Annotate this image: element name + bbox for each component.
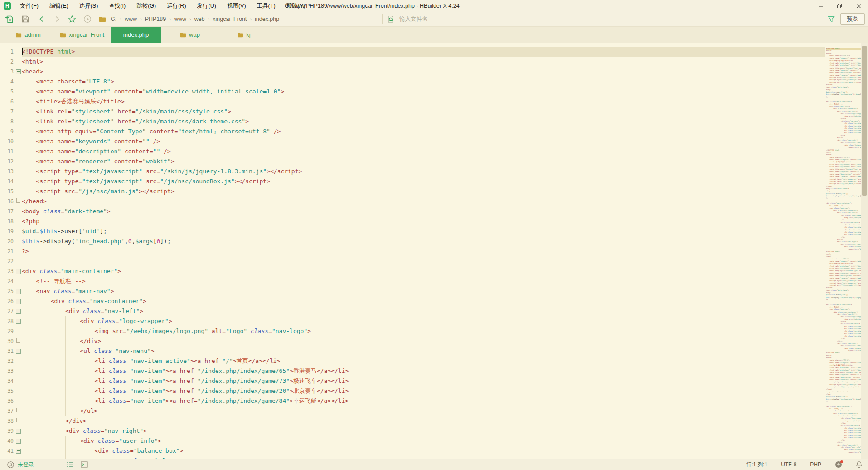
- code-line[interactable]: 13<script type="text/javascript" src="/s…: [0, 166, 825, 176]
- code-line[interactable]: 3<head>: [0, 67, 825, 77]
- fold-toggle[interactable]: [15, 266, 22, 276]
- code-line[interactable]: 10<meta name="keywords" content="" />: [0, 137, 825, 147]
- fold-toggle[interactable]: [15, 296, 22, 306]
- breadcrumb-item[interactable]: xingcai_Front: [211, 16, 248, 22]
- code-line[interactable]: 22: [0, 256, 825, 266]
- menu-item[interactable]: 视图(V): [222, 2, 252, 10]
- code-line[interactable]: 20$this->display('inc_head.php',0,$args[…: [0, 236, 825, 246]
- menu-item[interactable]: 查找(I): [103, 2, 131, 10]
- code-line[interactable]: 2<html>: [0, 57, 825, 67]
- menu-item[interactable]: 编辑(E): [44, 2, 74, 10]
- breadcrumb-item[interactable]: www: [123, 16, 139, 22]
- fold-toggle[interactable]: [15, 286, 22, 296]
- account-icon[interactable]: [7, 461, 14, 468]
- search-input[interactable]: [398, 15, 572, 23]
- file-search-box[interactable]: [382, 14, 609, 24]
- fold-toggle[interactable]: [15, 306, 22, 316]
- encoding-indicator[interactable]: UTF-8: [781, 461, 796, 468]
- code-line[interactable]: 18<?php: [0, 216, 825, 226]
- menu-item[interactable]: 运行(R): [161, 2, 191, 10]
- back-button[interactable]: [37, 15, 46, 24]
- line-number: 41: [0, 446, 15, 456]
- tab-xingcai_Front[interactable]: xingcai_Front: [57, 27, 107, 43]
- cursor-position[interactable]: 行:1 列:1: [746, 461, 767, 469]
- code-line[interactable]: 25<nav class="main-nav">: [0, 286, 825, 296]
- fold-toggle[interactable]: [15, 346, 22, 356]
- code-line[interactable]: 7<link rel="stylesheet" href="/skin/main…: [0, 107, 825, 117]
- scrollbar-track[interactable]: [861, 43, 868, 459]
- code-line[interactable]: 29<img src="/webx/images/logo.png" alt="…: [0, 326, 825, 336]
- run-button[interactable]: [83, 15, 92, 24]
- code-line[interactable]: 33<li class="nav-item"><a href="/index.p…: [0, 366, 825, 376]
- close-button[interactable]: [849, 0, 868, 12]
- code-line[interactable]: 8<link rel="stylesheet" href="/skin/main…: [0, 117, 825, 127]
- new-file-button[interactable]: [5, 15, 14, 24]
- menu-item[interactable]: 工具(T): [252, 2, 281, 10]
- tab-wap[interactable]: wap: [165, 27, 215, 43]
- notifications-button[interactable]: [856, 461, 863, 468]
- scrollbar-thumb[interactable]: [862, 46, 867, 196]
- fold-toggle[interactable]: [15, 446, 22, 456]
- fold-toggle[interactable]: [15, 316, 22, 326]
- forward-button[interactable]: [53, 15, 62, 24]
- language-mode[interactable]: PHP: [810, 461, 821, 468]
- code-line[interactable]: 4<meta charset="UTF-8">: [0, 77, 825, 87]
- code-line[interactable]: 17<body class="dark-theme">: [0, 206, 825, 216]
- breadcrumb-item[interactable]: www: [172, 16, 188, 22]
- breadcrumb-item[interactable]: G:: [109, 16, 118, 22]
- code-line[interactable]: 41<div class="balance-box">: [0, 446, 825, 456]
- code-line[interactable]: 31<ul class="nav-menu">: [0, 346, 825, 356]
- minimap[interactable]: <!DOCTYPE html><html><head> <meta charse…: [824, 48, 861, 459]
- code-line[interactable]: 23<div class="main-container">: [0, 266, 825, 276]
- filter-button[interactable]: [827, 15, 836, 24]
- tab-index.php[interactable]: index.php: [111, 27, 161, 43]
- code-line[interactable]: 15<script src="/js/nsc/main.js"></script…: [0, 186, 825, 196]
- code-line[interactable]: 30</div>: [0, 336, 825, 346]
- code-line[interactable]: 37</ul>: [0, 406, 825, 416]
- code-line[interactable]: 12<meta name="renderer" content="webkit"…: [0, 157, 825, 166]
- restore-button[interactable]: [830, 0, 849, 12]
- code-line[interactable]: 21?>: [0, 246, 825, 256]
- code-line[interactable]: 40<div class="user-info">: [0, 436, 825, 446]
- update-button[interactable]: [835, 461, 842, 468]
- code-line[interactable]: 14<script type="text/javascript" src="/j…: [0, 176, 825, 186]
- breadcrumb-item[interactable]: index.php: [253, 16, 281, 22]
- fold-gutter: [15, 47, 22, 57]
- code-line[interactable]: 38</div>: [0, 416, 825, 426]
- code-line[interactable]: 5<meta name="viewport" content="width=de…: [0, 87, 825, 97]
- menu-item[interactable]: 选择(S): [74, 2, 104, 10]
- code-line[interactable]: 36<li class="nav-item"><a href="/index.p…: [0, 396, 825, 406]
- code-line[interactable]: 24<!-- 导航栏 -->: [0, 276, 825, 286]
- code-line[interactable]: 9<meta http-equiv="Content-Type" content…: [0, 127, 825, 137]
- code-line[interactable]: 19$uid=$this->user['uid'];: [0, 226, 825, 236]
- fold-toggle[interactable]: [15, 436, 22, 446]
- login-status[interactable]: 未登录: [18, 461, 34, 469]
- code-line[interactable]: 27<div class="nav-left">: [0, 306, 825, 316]
- save-button[interactable]: [21, 15, 30, 24]
- code-line[interactable]: 1<!DOCTYPE html>: [0, 47, 825, 57]
- fold-toggle[interactable]: [15, 426, 22, 436]
- code-line[interactable]: 35<li class="nav-item"><a href="/index.p…: [0, 386, 825, 396]
- menu-item[interactable]: 发行(U): [192, 2, 222, 10]
- code-line[interactable]: 32<li class="nav-item active"><a href="/…: [0, 356, 825, 366]
- favorite-button[interactable]: [68, 15, 77, 24]
- tab-kj[interactable]: kj: [218, 27, 269, 43]
- code-line[interactable]: 34<li class="nav-item"><a href="/index.p…: [0, 376, 825, 386]
- code-line[interactable]: 16</head>: [0, 196, 825, 206]
- menu-item[interactable]: 文件(F): [15, 2, 44, 10]
- breadcrumb-item[interactable]: PHP189: [143, 16, 168, 22]
- code-line[interactable]: 39<div class="nav-right">: [0, 426, 825, 436]
- menu-item[interactable]: 跳转(G): [131, 2, 161, 10]
- tab-admin[interactable]: admin: [3, 27, 53, 43]
- breadcrumb-item[interactable]: web: [193, 16, 207, 22]
- code-line[interactable]: 6<title>香港赛马娱乐</title>: [0, 97, 825, 107]
- code-line[interactable]: 26<div class="nav-container">: [0, 296, 825, 306]
- outline-button[interactable]: [67, 462, 73, 468]
- preview-button[interactable]: 预览: [840, 13, 865, 25]
- code-line[interactable]: 11<meta name="description" content="" />: [0, 147, 825, 157]
- code-area[interactable]: 1<!DOCTYPE html>2<html>3<head>4<meta cha…: [0, 43, 825, 459]
- console-button[interactable]: [81, 461, 88, 468]
- code-line[interactable]: 28<div class="logo-wrapper">: [0, 316, 825, 326]
- fold-toggle[interactable]: [15, 67, 22, 77]
- minimize-button[interactable]: [811, 0, 830, 12]
